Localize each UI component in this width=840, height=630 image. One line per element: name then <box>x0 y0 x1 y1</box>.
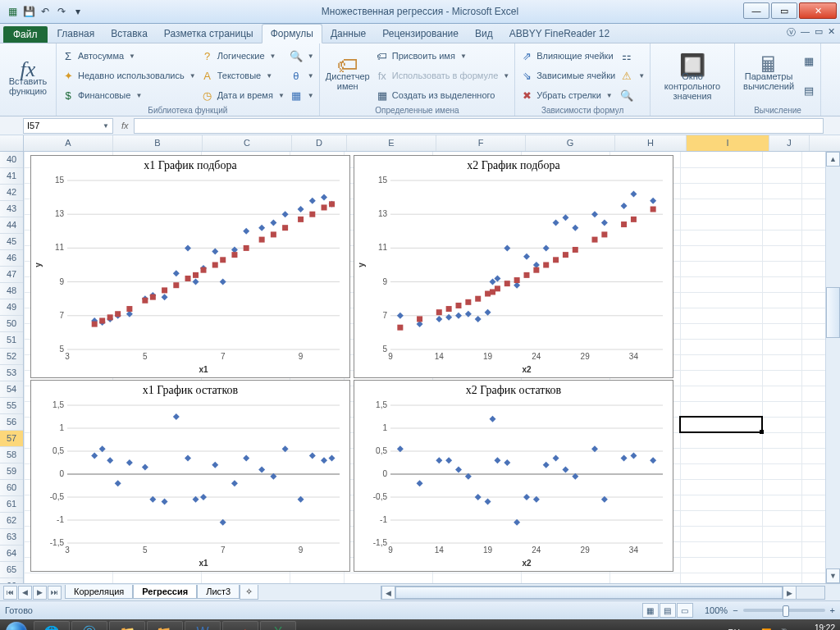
embedded-chart[interactable]: x2 График подбора57911131591419242934x2y <box>354 155 673 378</box>
close-button[interactable]: ✕ <box>799 2 837 19</box>
define-name-button[interactable]: 🏷Присвоить имя▼ <box>376 48 509 64</box>
select-all-corner[interactable] <box>0 135 24 151</box>
page-layout-icon[interactable]: ▤ <box>660 603 676 618</box>
cells-canvas[interactable]: x1 График подбора5791113153579x1yx2 Граф… <box>24 152 840 583</box>
evaluate-button[interactable]: 🔍 <box>620 87 645 103</box>
tab-pagelayout[interactable]: Разметка страницы <box>156 25 262 43</box>
tb-excel[interactable]: X <box>260 621 296 630</box>
row-header[interactable]: 65 <box>0 562 23 578</box>
col-header[interactable]: I <box>687 135 769 151</box>
embedded-chart[interactable]: x1 График подбора5791113153579x1y <box>30 155 350 378</box>
row-header[interactable]: 51 <box>0 332 23 349</box>
zoom-out-icon[interactable]: − <box>733 605 737 615</box>
doc-close-icon[interactable]: ✕ <box>828 26 835 39</box>
tb-pdf[interactable]: ◢ <box>222 621 258 630</box>
col-header[interactable]: J <box>769 135 810 151</box>
row-header[interactable]: 52 <box>0 349 23 365</box>
row-header[interactable]: 64 <box>0 546 23 562</box>
zoom-slider[interactable] <box>743 609 825 612</box>
math-button[interactable]: θ▼ <box>290 67 314 84</box>
create-from-sel-button[interactable]: ▦Создать из выделенного <box>376 87 509 103</box>
calc-sheet-button[interactable]: ▤ <box>802 82 815 98</box>
row-header[interactable]: 60 <box>0 480 23 496</box>
row-header[interactable]: 46 <box>0 250 23 267</box>
maximize-button[interactable]: ▭ <box>771 2 797 19</box>
save-icon[interactable]: 💾 <box>21 4 36 19</box>
sheet-prev-icon[interactable]: ◀ <box>18 586 32 600</box>
embedded-chart[interactable]: x1 График остатков-1,5-1-0,500,511,53579… <box>30 380 350 572</box>
watch-window-button[interactable]: 🔲 Окно контрольного значения <box>655 46 729 114</box>
redo-icon[interactable]: ↷ <box>54 4 69 19</box>
row-header[interactable]: 53 <box>0 365 23 381</box>
minimize-button[interactable]: — <box>743 2 769 19</box>
tab-review[interactable]: Рецензирование <box>374 25 467 43</box>
tab-insert[interactable]: Вставка <box>103 25 156 43</box>
row-header[interactable]: 50 <box>0 316 23 332</box>
text-button[interactable]: AТекстовые▼ <box>201 67 285 84</box>
fx-label-icon[interactable]: fx <box>116 121 134 130</box>
tb-explorer2[interactable]: 📂 <box>147 621 183 630</box>
row-header[interactable]: 61 <box>0 496 23 513</box>
scroll-right-icon[interactable]: ▶ <box>783 587 797 599</box>
row-header[interactable]: 58 <box>0 447 23 463</box>
col-header[interactable]: F <box>436 135 526 151</box>
row-header[interactable]: 59 <box>0 463 23 480</box>
col-header[interactable]: A <box>24 135 113 151</box>
row-header[interactable]: 63 <box>0 529 23 546</box>
scroll-left-icon[interactable]: ◀ <box>381 587 395 599</box>
namebox-dropdown-icon[interactable]: ▼ <box>103 122 109 130</box>
calc-now-button[interactable]: ▦ <box>802 52 815 69</box>
excel-icon[interactable]: ▦ <box>5 4 20 19</box>
doc-restore-icon[interactable]: ▭ <box>815 26 823 39</box>
row-header[interactable]: 48 <box>0 283 23 299</box>
qat-more-icon[interactable]: ▾ <box>71 4 85 19</box>
col-header[interactable]: C <box>203 135 292 151</box>
page-break-icon[interactable]: ▭ <box>677 603 693 618</box>
tab-view[interactable]: Вид <box>467 25 501 43</box>
sheet-last-icon[interactable]: ⏭ <box>48 586 62 600</box>
new-sheet-button[interactable]: ✧ <box>240 585 258 600</box>
row-header[interactable]: 54 <box>0 381 23 398</box>
tb-chrome[interactable]: 🌐 <box>34 621 70 630</box>
sheet-first-icon[interactable]: ⏮ <box>3 586 17 600</box>
tb-explorer[interactable]: 📁 <box>109 621 145 630</box>
more-fn-button[interactable]: ▦▼ <box>290 87 314 103</box>
calc-options-button[interactable]: 🖩 Параметры вычислений <box>740 46 797 105</box>
normal-view-icon[interactable]: ▦ <box>642 603 659 618</box>
row-header[interactable]: 57 <box>0 431 23 447</box>
error-check-button[interactable]: ⚠▼ <box>620 67 645 84</box>
row-header[interactable]: 47 <box>0 267 23 283</box>
trace-precedents-button[interactable]: ⇗Влияющие ячейки <box>520 48 615 64</box>
active-cell[interactable] <box>679 416 763 433</box>
doc-min-icon[interactable]: — <box>801 26 810 39</box>
sheet-tab[interactable]: Лист3 <box>197 585 240 599</box>
autosum-button[interactable]: ΣАвтосумма▼ <box>62 48 196 64</box>
col-header[interactable]: D <box>292 135 347 151</box>
tab-data[interactable]: Данные <box>322 25 374 43</box>
sheet-next-icon[interactable]: ▶ <box>33 586 47 600</box>
name-manager-button[interactable]: 🏷 Диспетчер имен <box>325 46 371 105</box>
col-header[interactable]: G <box>526 135 615 151</box>
row-header[interactable]: 40 <box>0 152 23 168</box>
zoom-level[interactable]: 100% <box>705 605 728 615</box>
tb-skype[interactable]: Ⓢ <box>71 621 107 630</box>
horizontal-scrollbar[interactable]: ◀ ▶ <box>381 586 825 600</box>
formula-input[interactable] <box>134 118 824 134</box>
row-header[interactable]: 56 <box>0 414 23 431</box>
sheet-tab[interactable]: Регрессия <box>133 585 197 599</box>
hscroll-thumb[interactable] <box>395 587 783 599</box>
lookup-button[interactable]: 🔍▼ <box>290 48 314 64</box>
remove-arrows-button[interactable]: ✖Убрать стрелки▼ <box>520 87 615 103</box>
undo-icon[interactable]: ↶ <box>38 4 52 19</box>
clock[interactable]: 19:22 04.11.2015 <box>794 623 835 630</box>
name-box[interactable]: I57▼ <box>23 118 113 134</box>
col-header[interactable]: H <box>615 135 687 151</box>
vertical-scrollbar[interactable]: ▲ ▼ <box>825 152 840 583</box>
row-header[interactable]: 41 <box>0 168 23 185</box>
row-header[interactable]: 44 <box>0 217 23 234</box>
tab-formulas[interactable]: Формулы <box>262 24 322 43</box>
sheet-tab[interactable]: Корреляция <box>65 585 133 599</box>
tab-abbyy[interactable]: ABBYY FineReader 12 <box>501 25 619 43</box>
row-header[interactable]: 42 <box>0 185 23 201</box>
insert-function-button[interactable]: fx Вставить функцию <box>5 46 51 114</box>
